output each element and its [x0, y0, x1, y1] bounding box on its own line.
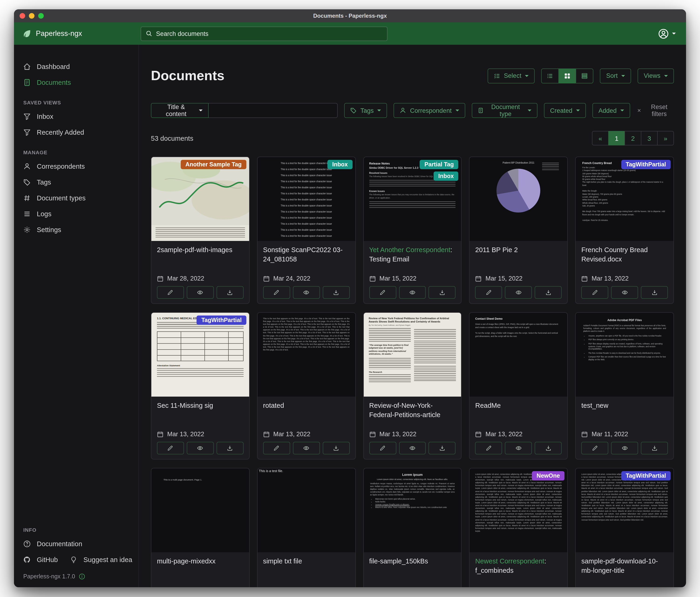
title-content-dropdown[interactable]: Title & content — [151, 103, 209, 118]
reset-filters-button[interactable]: Reset filters — [637, 103, 674, 117]
document-title-link[interactable]: file-sample_150kBs — [369, 557, 456, 566]
traffic-light-close[interactable] — [20, 13, 25, 19]
correspondent-filter-button[interactable]: Correspondent — [394, 103, 465, 118]
created-filter-button[interactable]: Created — [544, 103, 586, 118]
preview-button[interactable] — [293, 286, 320, 299]
document-title-link[interactable]: Newest Correspondent: f_combineds — [475, 557, 562, 575]
preview-button[interactable] — [399, 442, 426, 454]
document-title-link[interactable]: test_new — [581, 401, 668, 410]
document-thumbnail[interactable]: Patient BP Distribution 2011 — [470, 157, 568, 241]
tag-badge[interactable]: Inbox — [328, 160, 353, 169]
traffic-light-minimize[interactable] — [29, 13, 34, 19]
document-thumbnail[interactable]: This is a multi page document. Page 1. — [151, 469, 249, 552]
preview-button[interactable] — [505, 286, 532, 299]
preview-button[interactable] — [611, 286, 638, 299]
view-list-button[interactable] — [542, 68, 559, 83]
sidebar-item-tags[interactable]: Tags — [14, 174, 138, 190]
preview-button[interactable] — [611, 442, 638, 454]
sidebar-item-github[interactable]: GitHub — [14, 552, 60, 568]
edit-button[interactable] — [581, 286, 608, 299]
download-button[interactable] — [217, 442, 244, 454]
document-thumbnail[interactable]: This is a test file. — [257, 469, 355, 552]
preview-button[interactable] — [187, 442, 214, 454]
document-thumbnail[interactable]: TagWithPartial Lorem ipsum dolor sit ame… — [576, 469, 673, 552]
download-button[interactable] — [323, 286, 350, 299]
tag-badge[interactable]: Inbox — [433, 171, 458, 181]
tag-badge[interactable]: TagWithPartial — [197, 315, 246, 325]
edit-button[interactable] — [369, 442, 396, 454]
pagination-page-2[interactable]: 2 — [625, 131, 641, 145]
document-thumbnail[interactable]: TagWithPartial 1.1. CONTINUING MEDICAL E… — [151, 313, 249, 397]
document-title-link[interactable]: French Country Bread Revised.docx — [581, 246, 668, 264]
added-filter-button[interactable]: Added — [593, 103, 630, 118]
document-thumbnail[interactable]: Partial Tag Inbox Release Notes Simba OD… — [364, 157, 461, 241]
document-title-link[interactable]: multi-page-mixedxx — [157, 557, 244, 566]
preview-button[interactable] — [399, 286, 426, 299]
document-title-link[interactable]: Review-of-New-York-Federal-Petitions-art… — [369, 401, 456, 420]
user-menu[interactable] — [658, 28, 686, 39]
download-button[interactable] — [217, 286, 244, 299]
preview-button[interactable] — [187, 286, 214, 299]
document-thumbnail[interactable]: Inbox This is a test for the double spac… — [257, 157, 355, 241]
document-title-link[interactable]: simple txt file — [263, 557, 350, 566]
search-input[interactable] — [156, 30, 382, 37]
document-thumbnail[interactable]: Review of New York Federal Petitions for… — [364, 313, 461, 397]
sidebar-item-documentation[interactable]: Documentation — [14, 536, 138, 552]
download-button[interactable] — [641, 286, 668, 299]
info-circle-icon[interactable] — [79, 573, 85, 580]
download-button[interactable] — [429, 442, 456, 454]
traffic-light-zoom[interactable] — [38, 13, 44, 19]
download-button[interactable] — [429, 286, 456, 299]
sidebar-item-recently-added[interactable]: Recently Added — [14, 124, 138, 140]
document-thumbnail[interactable]: This is the text that appears on the fir… — [257, 313, 355, 397]
sidebar-item-documents[interactable]: Documents — [14, 75, 138, 90]
edit-button[interactable] — [157, 442, 184, 454]
sidebar-item-suggest-idea[interactable]: Suggest an idea — [60, 552, 135, 568]
preview-button[interactable] — [293, 442, 320, 454]
pagination-prev-button[interactable]: « — [592, 131, 609, 145]
document-title-link[interactable]: Yet Another Correspondent: Testing Email — [369, 246, 456, 264]
document-title-link[interactable]: rotated — [263, 401, 350, 410]
sidebar-item-document-types[interactable]: Document types — [14, 190, 138, 206]
views-button[interactable]: Views — [638, 68, 674, 83]
tag-badge[interactable]: NewOne — [532, 471, 565, 480]
document-title-link[interactable]: sample-pdf-download-10-mb-longer-title — [581, 557, 668, 575]
download-button[interactable] — [535, 286, 562, 299]
pagination-next-button[interactable]: » — [657, 131, 674, 145]
preview-button[interactable] — [505, 442, 532, 454]
edit-button[interactable] — [157, 286, 184, 299]
edit-button[interactable] — [369, 286, 396, 299]
download-button[interactable] — [535, 442, 562, 454]
tag-badge[interactable]: TagWithPartial — [621, 160, 671, 169]
edit-button[interactable] — [475, 442, 502, 454]
sort-button[interactable]: Sort — [600, 68, 631, 83]
edit-button[interactable] — [581, 442, 608, 454]
sidebar-item-dashboard[interactable]: Dashboard — [14, 59, 138, 75]
document-thumbnail[interactable]: Contact Sheet Demo Given a set of image … — [470, 313, 568, 397]
edit-button[interactable] — [263, 442, 290, 454]
filter-query-input[interactable] — [209, 103, 338, 118]
tag-badge[interactable]: TagWithPartial — [621, 471, 671, 480]
tag-badge[interactable]: Another Sample Tag — [181, 160, 246, 169]
document-title-link[interactable]: Sonstige ScanPC2022 03-24_081058 — [263, 246, 350, 264]
document-title-link[interactable]: Sec 11-Missing sig — [157, 401, 244, 410]
view-detail-button[interactable] — [576, 68, 594, 83]
view-grid-button[interactable] — [559, 68, 576, 83]
edit-button[interactable] — [475, 286, 502, 299]
edit-button[interactable] — [263, 286, 290, 299]
document-thumbnail[interactable]: NewOne Lorem ipsum dolor sit amet, conse… — [470, 469, 568, 552]
pagination-page-3[interactable]: 3 — [641, 131, 658, 145]
document-title-link[interactable]: 2sample-pdf-with-images — [157, 246, 244, 255]
sidebar-item-inbox[interactable]: Inbox — [14, 109, 138, 124]
sidebar-item-logs[interactable]: Logs — [14, 206, 138, 222]
sidebar-item-settings[interactable]: Settings — [14, 222, 138, 238]
download-button[interactable] — [641, 442, 668, 454]
document-thumbnail[interactable]: Another Sample Tag — [151, 157, 249, 241]
document-title-link[interactable]: 2011 BP Pie 2 — [475, 246, 562, 255]
select-button[interactable]: Select — [488, 68, 535, 83]
tags-filter-button[interactable]: Tags — [344, 103, 387, 118]
document-thumbnail[interactable]: Adobe Acrobat PDF Files Adobe® Portable … — [576, 313, 673, 397]
pagination-page-1[interactable]: 1 — [608, 131, 625, 145]
document-thumbnail[interactable]: Lorem ipsum Lorem ipsum dolor sit amet, … — [364, 469, 461, 552]
download-button[interactable] — [323, 442, 350, 454]
